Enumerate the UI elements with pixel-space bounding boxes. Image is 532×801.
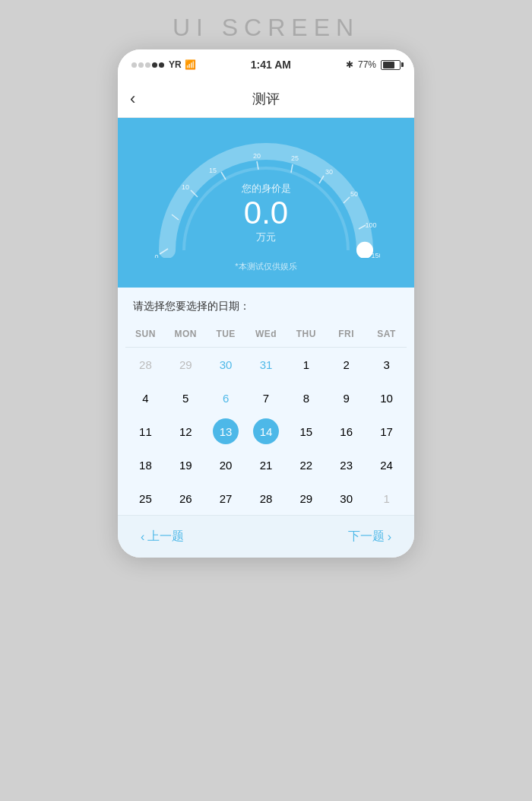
- cal-day: 28: [132, 351, 158, 377]
- header-mon: MON: [166, 326, 206, 342]
- prev-button[interactable]: ‹ 上一题: [141, 529, 184, 545]
- calendar-grid: SUN MON TUE WEd THU FRI SAT 28 29 30 31 …: [118, 321, 414, 515]
- table-row[interactable]: 29: [166, 348, 206, 381]
- ui-screen-label: UI SCREEN: [173, 14, 359, 42]
- status-left: YR 📶: [131, 59, 196, 70]
- table-row[interactable]: 9: [326, 381, 366, 415]
- table-row[interactable]: 28: [125, 348, 166, 381]
- header-sun: SUN: [125, 326, 166, 342]
- cal-day: 25: [132, 485, 158, 511]
- status-bar: YR 📶 1:41 AM ✱ 77%: [118, 49, 414, 80]
- page-wrapper: UI SCREEN YR 📶 1:41 AM ✱ 77% ‹: [0, 0, 532, 801]
- header-fri: FRI: [326, 326, 366, 342]
- table-row[interactable]: 1: [286, 348, 326, 381]
- cal-day: 19: [173, 452, 198, 478]
- table-row[interactable]: 26: [166, 482, 206, 515]
- cal-day: 12: [173, 418, 198, 444]
- cal-day: 16: [334, 418, 359, 444]
- cal-day: 31: [253, 351, 279, 377]
- table-row[interactable]: 28: [246, 482, 287, 515]
- battery-percent: 77%: [358, 59, 376, 70]
- calendar-section: 请选择您要选择的日期： SUN MON TUE WEd THU FRI SAT …: [118, 288, 414, 515]
- svg-text:15: 15: [209, 167, 217, 174]
- header-thu: THU: [286, 326, 326, 342]
- table-row[interactable]: 3: [366, 348, 407, 381]
- svg-text:10: 10: [182, 183, 189, 191]
- back-button[interactable]: ‹: [130, 89, 135, 109]
- cal-day: 15: [293, 418, 319, 444]
- battery-icon: [381, 60, 401, 70]
- cal-day: 3: [374, 351, 400, 377]
- cal-day: 29: [173, 351, 198, 377]
- cal-day: 20: [213, 452, 239, 478]
- table-row[interactable]: 4: [125, 381, 166, 415]
- cal-day: 24: [374, 452, 400, 478]
- table-row[interactable]: 20: [206, 448, 246, 482]
- prev-arrow-icon: ‹: [141, 530, 144, 544]
- gauge-center: 您的身价是 0.0 万元: [242, 182, 291, 244]
- cal-day: 18: [132, 452, 158, 478]
- table-row[interactable]: 30: [206, 348, 246, 381]
- cal-day: 26: [173, 485, 198, 511]
- gauge-value: 0.0: [242, 197, 291, 229]
- cal-day: 2: [334, 351, 359, 377]
- table-row[interactable]: 6: [206, 381, 246, 415]
- status-time: 1:41 AM: [251, 59, 291, 71]
- wifi-icon: 📶: [185, 59, 196, 70]
- calendar-prompt: 请选择您要选择的日期：: [118, 288, 414, 321]
- table-row[interactable]: 22: [286, 448, 326, 482]
- table-row[interactable]: 2: [326, 348, 366, 381]
- cal-day: 27: [213, 485, 239, 511]
- table-row[interactable]: 16: [326, 415, 366, 448]
- table-row[interactable]: 13: [206, 415, 246, 448]
- carrier-label: YR: [169, 59, 182, 70]
- table-row[interactable]: 24: [366, 448, 407, 482]
- table-row[interactable]: 5: [166, 381, 206, 415]
- cal-day: 11: [132, 418, 158, 444]
- gauge-section: 0 10 15 20 25 30: [118, 118, 414, 288]
- svg-text:150: 150: [371, 252, 380, 258]
- table-row[interactable]: 14: [246, 415, 287, 448]
- svg-text:50: 50: [350, 190, 358, 198]
- table-row[interactable]: 29: [286, 482, 326, 515]
- table-row[interactable]: 19: [166, 448, 206, 482]
- gauge-unit: 万元: [242, 230, 291, 244]
- table-row[interactable]: 12: [166, 415, 206, 448]
- page-title: 测评: [252, 90, 280, 108]
- table-row[interactable]: 31: [246, 348, 287, 381]
- svg-text:25: 25: [291, 154, 299, 162]
- svg-text:20: 20: [253, 152, 261, 160]
- table-row[interactable]: 8: [286, 381, 326, 415]
- table-row[interactable]: 21: [246, 448, 287, 482]
- bottom-bar: ‹ 上一题 下一题 ›: [118, 515, 414, 558]
- bluetooth-icon: ✱: [346, 59, 353, 70]
- status-right: ✱ 77%: [346, 59, 401, 70]
- table-row[interactable]: 1: [366, 482, 407, 515]
- cal-day: 23: [334, 452, 359, 478]
- next-button[interactable]: 下一题 ›: [348, 529, 391, 545]
- cal-day-selected: 13: [213, 418, 239, 444]
- table-row[interactable]: 10: [366, 381, 407, 415]
- table-row[interactable]: 30: [326, 482, 366, 515]
- header-sat: SAT: [366, 326, 407, 342]
- cal-day: 1: [374, 485, 400, 511]
- cal-day: 9: [334, 385, 359, 411]
- cal-day: 8: [293, 385, 319, 411]
- header-tue: TUE: [206, 326, 246, 342]
- table-row[interactable]: 25: [125, 482, 166, 515]
- svg-text:100: 100: [365, 221, 376, 229]
- table-row[interactable]: 27: [206, 482, 246, 515]
- nav-bar: ‹ 测评: [118, 80, 414, 118]
- table-row[interactable]: 11: [125, 415, 166, 448]
- cal-day: 29: [293, 485, 319, 511]
- next-arrow-icon: ›: [388, 530, 391, 544]
- table-row[interactable]: 15: [286, 415, 326, 448]
- table-row[interactable]: 18: [125, 448, 166, 482]
- gauge-container: 0 10 15 20 25 30: [152, 136, 380, 258]
- calendar-body: 28 29 30 31 1 2 3 4 5 6 7 8 9 10 11: [125, 348, 407, 515]
- calendar-header: SUN MON TUE WEd THU FRI SAT: [125, 321, 407, 348]
- table-row[interactable]: 17: [366, 415, 407, 448]
- table-row[interactable]: 23: [326, 448, 366, 482]
- table-row[interactable]: 7: [246, 381, 287, 415]
- cal-day: 7: [253, 385, 279, 411]
